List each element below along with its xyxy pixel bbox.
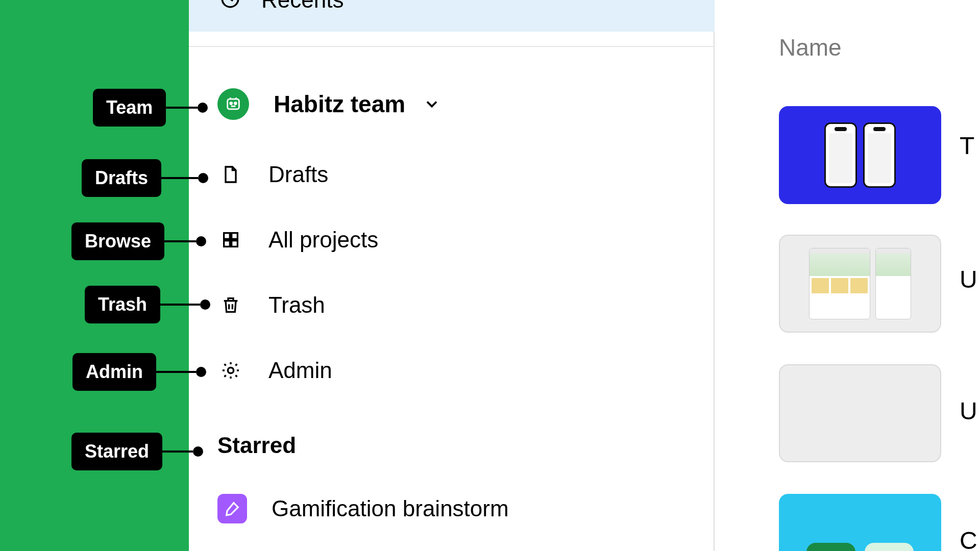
starred-file-item[interactable]: Gamification brainstorm [217, 494, 509, 523]
starred-file-label: Gamification brainstorm [272, 496, 509, 521]
divider [189, 46, 715, 47]
sidebar-section-starred: Starred [217, 433, 296, 458]
trash-icon [217, 292, 244, 318]
callout-connector [161, 177, 198, 179]
sidebar-item-label: Trash [268, 292, 325, 318]
sidebar-item-label: Recents [261, 0, 344, 13]
svg-point-8 [228, 367, 233, 373]
callout-label: Drafts [82, 159, 161, 197]
file-name-cropped: T [960, 132, 974, 160]
gear-icon [217, 357, 244, 384]
callout-dot [200, 299, 210, 310]
team-name-label: Habitz team [274, 90, 405, 118]
callout-connector [164, 240, 196, 242]
callout-label: Admin [72, 353, 156, 391]
sidebar-item-all-projects[interactable]: All projects [189, 216, 715, 263]
sticker-icon [806, 543, 855, 551]
team-avatar-icon [217, 88, 249, 120]
svg-point-2 [230, 103, 232, 105]
webpage-mockup-icon [875, 248, 911, 319]
callout-dot [198, 103, 208, 113]
file-name-cropped: U [960, 265, 977, 293]
column-header-name[interactable]: Name [779, 34, 842, 61]
callout-trash: Trash [85, 286, 210, 323]
callout-dot [193, 446, 203, 457]
callout-dot [196, 236, 206, 246]
svg-point-0 [222, 0, 238, 7]
webpage-mockup-icon [809, 248, 870, 319]
grid-icon [217, 227, 244, 253]
callout-browse: Browse [71, 222, 206, 260]
callout-connector [156, 371, 196, 373]
sidebar-item-label: Admin [268, 358, 332, 383]
callout-connector [166, 107, 198, 109]
sidebar-item-trash[interactable]: Trash [189, 282, 715, 329]
svg-rect-5 [232, 233, 238, 239]
svg-rect-6 [224, 241, 230, 247]
file-list-panel: Name [715, 0, 980, 551]
callout-connector [162, 450, 193, 453]
phone-mockup-icon [824, 122, 857, 188]
phone-mockup-icon [863, 122, 896, 188]
chevron-down-icon [423, 95, 441, 113]
callout-starred: Starred [71, 433, 203, 470]
svg-point-3 [234, 103, 236, 105]
file-icon [217, 161, 244, 188]
callout-label: Browse [71, 222, 164, 260]
file-name-cropped: U [960, 397, 977, 425]
file-thumbnail[interactable] [779, 364, 941, 462]
callout-team: Team [93, 89, 208, 127]
clock-icon [219, 0, 241, 12]
sidebar-team-switcher[interactable]: Habitz team [189, 81, 715, 128]
sidebar-item-drafts[interactable]: Drafts [189, 151, 715, 198]
file-browser-sidebar: Recents Habitz team Drafts [189, 0, 715, 551]
callout-label: Starred [71, 433, 162, 470]
callout-label: Trash [85, 286, 160, 323]
file-thumbnail[interactable] [779, 494, 941, 551]
callout-admin: Admin [72, 353, 206, 391]
svg-rect-1 [228, 99, 239, 109]
svg-rect-4 [224, 233, 230, 239]
callout-label: Team [93, 89, 166, 127]
callout-connector [160, 304, 200, 306]
callout-dot [196, 367, 206, 377]
callout-dot [198, 173, 208, 183]
callout-drafts: Drafts [82, 159, 208, 197]
file-thumbnail[interactable] [779, 106, 941, 204]
figjam-file-icon [217, 494, 247, 523]
sidebar-item-recents[interactable]: Recents [189, 0, 715, 32]
sticker-icon [865, 543, 914, 551]
file-name-cropped: C [960, 527, 977, 551]
sidebar-item-admin[interactable]: Admin [189, 347, 715, 394]
sidebar-item-label: Drafts [268, 162, 328, 187]
sidebar-item-label: All projects [268, 227, 378, 253]
svg-rect-7 [232, 241, 238, 247]
file-thumbnail[interactable] [779, 235, 941, 333]
